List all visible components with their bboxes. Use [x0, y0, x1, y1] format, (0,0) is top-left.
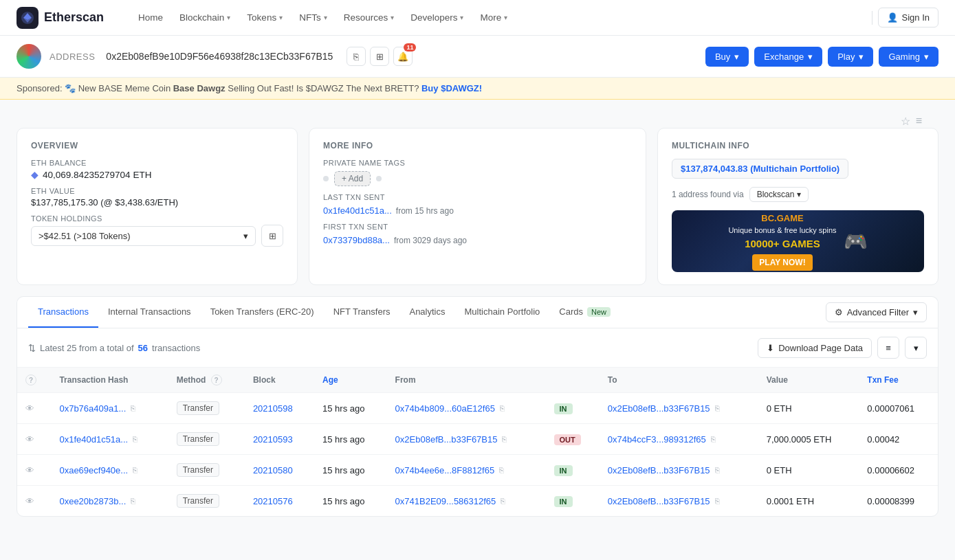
col-value: Value — [758, 368, 859, 393]
chevron-down-icon: ▾ — [243, 231, 248, 241]
copy-icon[interactable]: ⎘ — [133, 466, 138, 474]
tab-nft-transfers[interactable]: NFT Transfers — [324, 297, 400, 328]
add-tag-button[interactable]: + Add — [334, 171, 371, 186]
eye-icon[interactable]: 👁 — [25, 434, 34, 445]
direction-badge: OUT — [554, 434, 581, 445]
method-cell: Transfer — [168, 486, 245, 517]
copy-icon[interactable]: ⎘ — [131, 497, 135, 505]
col-from: From — [387, 368, 546, 393]
to-address-link[interactable]: 0x74b4ccF3...989312f65 — [608, 434, 706, 445]
advanced-filter-button[interactable]: ⚙ Advanced Filter ▾ — [826, 302, 927, 322]
eth-diamond-icon: ◆ — [31, 169, 39, 180]
from-address-link[interactable]: 0x74b4ee6e...8F8812f65 — [395, 465, 495, 475]
last-txn-hash-link[interactable]: 0x1fe40d1c51a... — [323, 205, 392, 216]
star-icon[interactable]: ☆ — [901, 115, 910, 128]
chevron-down-icon: ▾ — [391, 14, 394, 21]
help-icon[interactable]: ? — [25, 374, 36, 385]
tx-hash-link[interactable]: 0x1fe40d1c51a... — [59, 434, 128, 445]
multichain-portfolio-label: (Multichain Portfolio) — [750, 164, 839, 174]
address-hash: 0x2Eb08efB9e10D9F56e46938f28c13ECb33F67B… — [106, 51, 333, 62]
filter-button[interactable]: ≡ — [877, 337, 899, 359]
nav-resources[interactable]: Resources ▾ — [337, 8, 402, 27]
tx-hash-link[interactable]: 0xae69ecf940e... — [59, 465, 128, 475]
to-address-link[interactable]: 0x2Eb08efB...b33F67B15 — [608, 496, 710, 506]
method-help-icon[interactable]: ? — [211, 374, 222, 385]
notifications-button[interactable]: 🔔 11 — [393, 47, 413, 66]
copy-icon[interactable]: ⎘ — [501, 497, 505, 505]
age-cell: 15 hrs ago — [314, 424, 387, 455]
tab-internal-transactions[interactable]: Internal Transactions — [98, 297, 201, 328]
brand-logo-link[interactable]: Etherscan — [17, 7, 104, 29]
nav-more[interactable]: More ▾ — [473, 8, 514, 27]
table-row: 👁 0x1fe40d1c51a... ⎘ Transfer 20210593 1… — [17, 424, 938, 455]
buy-button[interactable]: Buy ▾ — [705, 47, 749, 67]
sponsor-cta-link[interactable]: Buy $DAWGZ! — [421, 83, 482, 93]
nav-blockchain[interactable]: Blockchain ▾ — [173, 8, 237, 27]
copy-icon[interactable]: ⎘ — [715, 466, 720, 474]
nav-home[interactable]: Home — [131, 8, 170, 27]
tag-dot-right — [376, 176, 382, 181]
copy-icon[interactable]: ⎘ — [131, 404, 135, 412]
first-txn-hash-link[interactable]: 0x73379bd88a... — [323, 235, 390, 245]
list-icon[interactable]: ≡ — [916, 115, 922, 128]
direction-badge: IN — [554, 403, 573, 414]
tab-cards[interactable]: Cards New — [549, 297, 620, 328]
exchange-button[interactable]: Exchange ▾ — [754, 47, 822, 67]
nav-developers[interactable]: Developers ▾ — [404, 8, 470, 27]
col-hash: Transaction Hash — [51, 368, 168, 393]
tx-hash-link[interactable]: 0xee20b2873b... — [59, 496, 126, 506]
eye-icon[interactable]: 👁 — [25, 465, 34, 475]
tab-token-transfers[interactable]: Token Transfers (ERC-20) — [201, 297, 324, 328]
copy-icon[interactable]: ⎘ — [715, 497, 720, 505]
play-button[interactable]: Play ▾ — [828, 47, 873, 67]
navbar-right: 👤 Sign In — [872, 8, 938, 27]
copy-icon[interactable]: ⎘ — [500, 404, 505, 412]
grid-icon: ⊞ — [269, 231, 276, 241]
copy-icon[interactable]: ⎘ — [133, 435, 138, 443]
tx-hash-link[interactable]: 0x7b76a409a1... — [59, 403, 126, 414]
copy-icon[interactable]: ⎘ — [502, 435, 507, 443]
token-icon-button[interactable]: ⊞ — [261, 225, 283, 247]
column-filter-button[interactable]: ▾ — [905, 337, 927, 359]
to-address-link[interactable]: 0x2Eb08efB...b33F67B15 — [608, 465, 710, 475]
tab-transactions[interactable]: Transactions — [28, 297, 98, 328]
block-link[interactable]: 20210576 — [253, 496, 293, 506]
copy-icon[interactable]: ⎘ — [715, 404, 720, 412]
navbar: Etherscan Home Blockchain ▾ Tokens ▾ NFT… — [0, 0, 955, 36]
from-address-link[interactable]: 0x741B2E09...586312f65 — [395, 496, 496, 506]
sponsor-text1: New BASE Meme Coin — [78, 83, 173, 93]
eye-icon[interactable]: 👁 — [25, 496, 34, 506]
from-address-link[interactable]: 0x2Eb08efB...b33F67B15 — [395, 434, 498, 445]
eye-icon[interactable]: 👁 — [25, 403, 34, 414]
eye-cell: 👁 — [17, 455, 51, 486]
nav-nfts[interactable]: NFTs ▾ — [292, 8, 334, 27]
block-link[interactable]: 20210593 — [253, 434, 293, 445]
gaming-button[interactable]: Gaming ▾ — [879, 47, 938, 67]
method-cell: Transfer — [168, 455, 245, 486]
ad-banner[interactable]: BC.GAME Unique bonus & free lucky spins … — [672, 210, 924, 272]
block-link[interactable]: 20210580 — [253, 465, 293, 475]
to-address-link[interactable]: 0x2Eb08efB...b33F67B15 — [608, 403, 710, 414]
blockscan-badge[interactable]: Blockscan ▾ — [749, 187, 809, 202]
nav-tokens[interactable]: Tokens ▾ — [240, 8, 289, 27]
tab-analytics[interactable]: Analytics — [399, 297, 454, 328]
download-page-data-button[interactable]: ⬇ Download Page Data — [758, 338, 872, 358]
tab-multichain-portfolio[interactable]: Multichain Portfolio — [455, 297, 550, 328]
to-cell: 0x2Eb08efB...b33F67B15 ⎘ — [600, 455, 758, 486]
block-link[interactable]: 20210598 — [253, 403, 293, 414]
transaction-count-link[interactable]: 56 — [138, 343, 148, 353]
filter-icon: ≡ — [886, 343, 891, 353]
from-cell: 0x741B2E09...586312f65 ⎘ — [387, 486, 546, 517]
sign-in-button[interactable]: 👤 Sign In — [878, 8, 938, 27]
copy-icon[interactable]: ⎘ — [711, 435, 716, 443]
table-header-row: ? Transaction Hash Method ? Block Age Fr… — [17, 368, 938, 393]
copy-address-button[interactable]: ⎘ — [347, 47, 366, 66]
from-address-link[interactable]: 0x74b4b809...60aE12f65 — [395, 403, 495, 414]
copy-icon[interactable]: ⎘ — [499, 466, 504, 474]
qr-code-button[interactable]: ⊞ — [370, 47, 389, 66]
token-dropdown[interactable]: >$42.51 (>108 Tokens) ▾ — [31, 226, 256, 246]
user-icon: 👤 — [887, 12, 898, 23]
cards-new-badge: New — [587, 307, 611, 317]
table-container: ⇅ Latest 25 from a total of 56 transacti… — [17, 328, 938, 517]
page-toolbar: ☆ ≡ — [17, 111, 938, 128]
